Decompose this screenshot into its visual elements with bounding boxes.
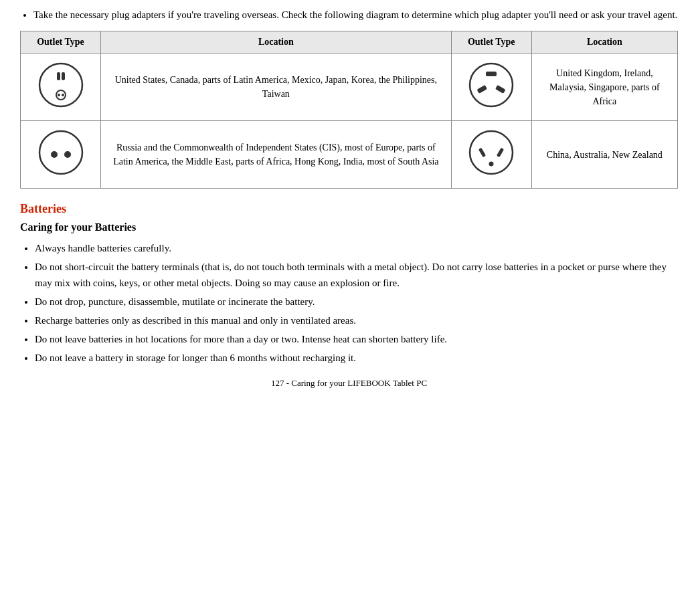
battery-bullet-4: Recharge batteries only as described in … — [35, 312, 678, 328]
eu-outlet-icon-cell — [21, 121, 101, 189]
uk-outlet-icon — [468, 62, 515, 108]
batteries-heading: Batteries — [20, 202, 678, 216]
caring-subheading: Caring for your Batteries — [20, 221, 678, 233]
col-header-outlet-type-1: Outlet Type — [21, 31, 101, 54]
page-number: 127 — [271, 378, 284, 388]
intro-bullet-text: Take the necessary plug adapters if you'… — [33, 7, 678, 23]
eu-outlet-location: Russia and the Commonwealth of Independe… — [101, 121, 452, 189]
svg-rect-9 — [495, 85, 506, 94]
eu-outlet-icon — [37, 129, 84, 176]
svg-rect-8 — [477, 85, 488, 94]
svg-point-6 — [470, 64, 513, 106]
uk-outlet-location: United Kingdom, Ireland, Malaysia, Singa… — [531, 54, 677, 121]
au-outlet-location: China, Australia, New Zealand — [531, 121, 677, 189]
battery-bullet-5: Do not leave batteries in hot locations … — [35, 331, 678, 347]
intro-section: Take the necessary plug adapters if you'… — [20, 7, 678, 23]
us-outlet-icon-cell — [21, 54, 101, 121]
battery-bullet-3: Do not drop, puncture, disassemble, muti… — [35, 294, 678, 310]
svg-point-13 — [470, 131, 513, 174]
au-outlet-icon-cell — [451, 121, 531, 189]
table-row-1: United States, Canada, parts of Latin Am… — [21, 54, 678, 121]
svg-point-5 — [62, 94, 64, 96]
uk-outlet-icon-cell — [451, 54, 531, 121]
page-footer: 127 - Caring for your LIFEBOOK Tablet PC — [20, 378, 678, 389]
battery-bullet-6: Do not leave a battery in storage for lo… — [35, 350, 678, 366]
battery-bullet-1: Always handle batteries carefully. — [35, 240, 678, 256]
col-header-location-1: Location — [101, 31, 452, 54]
us-outlet-location: United States, Canada, parts of Latin Am… — [101, 54, 452, 121]
svg-rect-15 — [497, 148, 504, 158]
svg-rect-2 — [62, 72, 65, 80]
svg-point-10 — [39, 131, 82, 174]
plug-adapter-table: Outlet Type Location Outlet Type Locatio… — [20, 31, 678, 189]
au-outlet-icon — [468, 129, 515, 176]
battery-bullet-2: Do not short-circuit the battery termina… — [35, 259, 678, 291]
col-header-location-2: Location — [531, 31, 677, 54]
svg-point-11 — [51, 151, 58, 158]
footer-text: - Caring for your LIFEBOOK Tablet PC — [286, 378, 427, 388]
col-header-outlet-type-2: Outlet Type — [451, 31, 531, 54]
svg-point-4 — [58, 94, 60, 96]
svg-point-16 — [489, 162, 494, 167]
svg-point-12 — [64, 151, 71, 158]
us-outlet-icon — [37, 62, 84, 108]
batteries-bullets: Always handle batteries carefully. Do no… — [20, 240, 678, 366]
svg-rect-14 — [478, 148, 486, 158]
table-row-2: Russia and the Commonwealth of Independe… — [21, 121, 678, 189]
svg-rect-1 — [57, 72, 60, 80]
svg-rect-7 — [486, 72, 497, 76]
